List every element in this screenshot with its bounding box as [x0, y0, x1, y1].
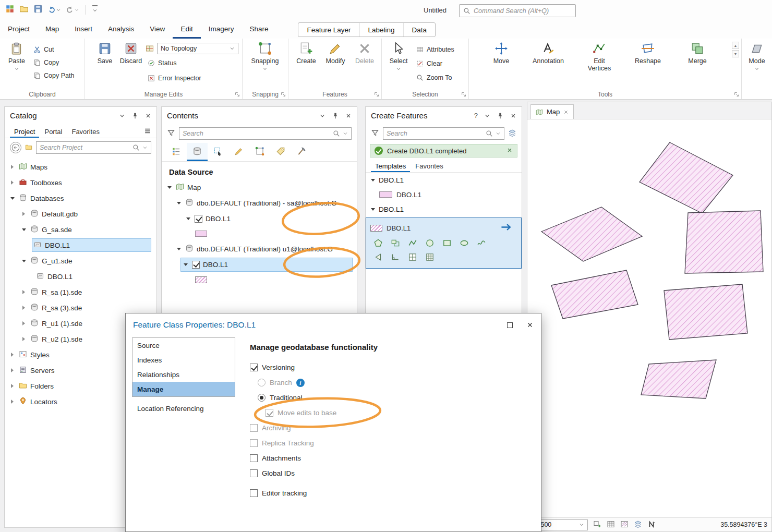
catalog-tab-project[interactable]: Project [10, 124, 39, 138]
layer-visibility-checkbox[interactable] [192, 261, 200, 269]
tab-edit[interactable]: Edit [173, 21, 200, 39]
search-icon[interactable] [486, 130, 493, 137]
contents-item-map[interactable]: Map [162, 179, 357, 195]
contents-item-connection-sa[interactable]: dbo.DEFAULT (Traditional) - sa@localhost… [162, 195, 357, 211]
circle-tool-icon[interactable] [424, 237, 436, 249]
catalog-tab-portal[interactable]: Portal [40, 124, 66, 138]
list-by-perspective-icon[interactable] [291, 143, 312, 161]
list-by-labeling-icon[interactable] [270, 143, 291, 161]
contents-item-connection-u1[interactable]: dbo.DEFAULT (Traditional) u1@localhost:G [162, 241, 357, 257]
chevron-down-icon[interactable] [142, 145, 148, 150]
select-button[interactable]: Select [385, 41, 412, 71]
annotation-button[interactable]: Annotation [529, 41, 567, 65]
template-item-pink[interactable]: DBO.L1 [366, 187, 522, 202]
contents-item-dbo-l1-sa[interactable]: DBO.L1 [162, 211, 357, 226]
selected-template-card[interactable]: DBO.L1 [366, 217, 522, 269]
list-by-data-source-icon[interactable] [187, 143, 208, 161]
hatched-symbol-swatch[interactable] [195, 276, 207, 283]
list-by-drawing-order-icon[interactable] [166, 143, 187, 161]
trace-tool-icon[interactable] [407, 251, 418, 263]
map-polygon-5[interactable] [664, 284, 747, 340]
gallery-scroll-up-button[interactable]: ▲ [732, 42, 739, 49]
nav-indexes[interactable]: Indexes [132, 353, 235, 367]
contents-item-dbo-l1-u1[interactable]: DBO.L1 [162, 257, 357, 272]
back-button[interactable] [10, 142, 21, 153]
merge-button[interactable]: Merge [684, 41, 711, 65]
zoom-to-button[interactable]: Zoom To [414, 71, 456, 84]
symbology-hatch-icon[interactable] [620, 520, 629, 530]
tab-view[interactable]: View [142, 21, 173, 39]
map-view-tab[interactable]: Map [530, 104, 574, 119]
map-polygon-2[interactable] [541, 207, 642, 261]
catalog-item-databases[interactable]: Databases [5, 190, 156, 206]
delete-button[interactable]: Delete [351, 41, 378, 65]
tab-imagery[interactable]: Imagery [201, 21, 242, 39]
dialog-launcher-icon[interactable] [733, 91, 740, 98]
search-icon[interactable] [333, 130, 340, 137]
tab-map[interactable]: Map [38, 21, 67, 39]
info-icon[interactable]: i [296, 379, 305, 387]
freehand-tool-icon[interactable] [476, 237, 487, 249]
move-button[interactable]: Move [488, 41, 515, 65]
tab-feature-layer[interactable]: Feature Layer [298, 23, 359, 37]
search-icon[interactable] [132, 144, 140, 151]
layer-visibility-checkbox[interactable] [195, 215, 202, 223]
autocomplete-freehand-tool-icon[interactable] [372, 251, 384, 263]
archiving-checkbox[interactable] [250, 424, 258, 432]
command-search-input[interactable] [474, 7, 572, 15]
global-ids-option[interactable]: Global IDs [250, 466, 534, 481]
chevron-down-icon[interactable] [496, 131, 501, 136]
save-project-icon[interactable] [33, 4, 43, 15]
replica-tracking-option[interactable]: Replica Tracking [250, 436, 534, 451]
copy-path-button[interactable]: Copy Path [31, 69, 76, 82]
line-tool-icon[interactable] [407, 237, 418, 249]
ellipse-tool-icon[interactable] [459, 237, 470, 249]
clear-button[interactable]: Clear [414, 57, 456, 70]
catalog-tab-favorites[interactable]: Favorites [67, 124, 103, 138]
hamburger-menu-icon[interactable] [144, 124, 151, 138]
nav-manage[interactable]: Manage [132, 382, 235, 396]
dismiss-message-icon[interactable] [506, 147, 513, 155]
list-by-editing-icon[interactable] [228, 143, 249, 161]
tab-favorites[interactable]: Favorites [411, 159, 447, 172]
move-edits-to-base-option[interactable]: Move edits to base [250, 405, 534, 420]
error-inspector-button[interactable]: Error Inspector [146, 71, 238, 84]
attributes-button[interactable]: Attributes [414, 43, 456, 56]
catalog-item-dbo-l1-selected[interactable]: DBO.L1 [5, 237, 156, 253]
archiving-option[interactable]: Archiving [250, 420, 534, 436]
dialog-launcher-icon[interactable] [280, 91, 286, 98]
parcel-seed-tool-icon[interactable] [424, 251, 436, 263]
dialog-title-bar[interactable]: Feature Class Properties: DBO.L1 [126, 313, 541, 336]
discard-edits-button[interactable]: Discard [117, 41, 144, 65]
dialog-launcher-icon[interactable] [234, 91, 240, 98]
command-search[interactable] [459, 4, 576, 17]
traditional-option[interactable]: Traditional [250, 390, 534, 405]
map-polygon-6[interactable] [641, 360, 716, 398]
contents-symbology-hatched[interactable] [162, 272, 357, 287]
cut-button[interactable]: Cut [31, 43, 76, 56]
template-group-2[interactable]: DBO.L1 [366, 202, 522, 216]
editor-tracking-option[interactable]: Editor tracking [250, 486, 534, 501]
undo-button[interactable] [47, 6, 61, 14]
snapping-button[interactable]: Snapping [251, 41, 279, 71]
replica-tracking-checkbox[interactable] [250, 439, 258, 447]
close-icon[interactable] [345, 113, 352, 119]
autocomplete-polygon-tool-icon[interactable] [390, 237, 401, 249]
close-icon[interactable] [563, 110, 569, 115]
polygon-tool-icon[interactable] [372, 237, 384, 249]
panel-menu-chevron-icon[interactable] [119, 113, 125, 119]
open-project-icon[interactable] [19, 4, 29, 15]
catalog-item-g-sa-sde[interactable]: G_sa.sde [5, 222, 156, 237]
catalog-item-dbo-l1[interactable]: DBO.L1 [5, 269, 156, 284]
copy-button[interactable]: Copy [31, 56, 76, 69]
help-icon[interactable]: ? [474, 112, 478, 119]
template-options-icon[interactable] [508, 129, 516, 139]
gallery-scroll-down-button[interactable]: ▼ [732, 50, 739, 57]
save-edits-button[interactable]: Save [91, 41, 118, 65]
panel-menu-chevron-icon[interactable] [319, 113, 325, 119]
modify-button[interactable]: Modify [322, 41, 349, 65]
attachments-option[interactable]: Attachments [250, 451, 534, 466]
nav-location-referencing[interactable]: Location Referencing [132, 401, 235, 416]
right-angle-tool-icon[interactable] [390, 251, 401, 263]
status-button[interactable]: Status [146, 56, 238, 69]
